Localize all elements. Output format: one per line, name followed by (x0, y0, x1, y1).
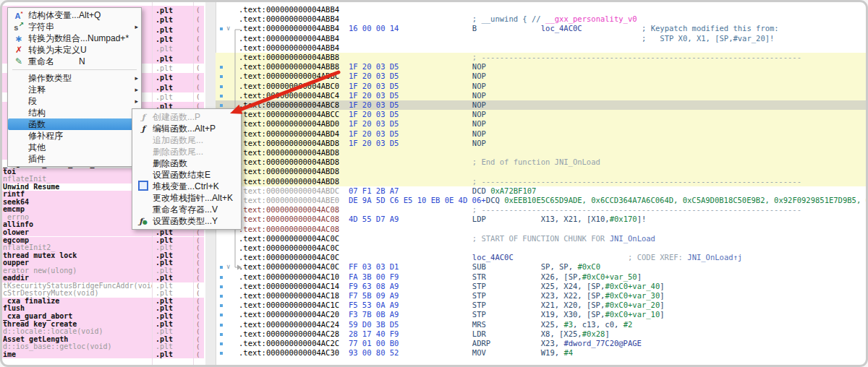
disassembly-listing[interactable]: .text:000000000004ABB4.text:000000000004… (216, 1, 867, 366)
context-menu-item-0[interactable]: A*结构体变量...Alt+Q (8, 9, 141, 21)
listing-line[interactable]: .text:000000000004ABD8; ----------------… (216, 177, 867, 186)
listing-line[interactable]: .text:000000000004AC08; ----------------… (216, 205, 867, 215)
submenu-item-0[interactable]: ƒ创建函数...P (132, 111, 241, 123)
listing-line[interactable]: .text:000000000004ABD8 (216, 167, 867, 176)
context-menu-item-1[interactable]: s↗字符串▸ (8, 21, 141, 33)
function-row[interactable]: d::ios_base::getloc(void).plt( (1, 343, 204, 351)
listing-line[interactable]: .text:000000000004ABB4; STP X0, X1, [SP,… (216, 34, 867, 43)
listing-line[interactable]: ∨.text:000000000004AC0CFF 03 03 D1SUBSP,… (216, 262, 867, 272)
start-column-glyph: ( (196, 244, 200, 252)
listing-line[interactable]: .text:000000000004ABBC1F 20 03 D5NOP (216, 72, 867, 81)
context-menu-item-5[interactable]: 操作数类型▸ (8, 72, 141, 84)
listing-line[interactable]: .text:000000000004AC08 (216, 225, 867, 234)
function-name: nflateInit_ (3, 176, 152, 184)
function-row[interactable]: Asset_getLength.plt( (1, 336, 204, 344)
listing-line[interactable]: .text:000000000004ABB4 (216, 43, 867, 53)
function-row[interactable]: d::locale::locale(void).plt( (1, 328, 204, 336)
listing-line[interactable]: .text:000000000004AC2C77 01 00 B0ADRPX23… (216, 339, 867, 348)
function-row[interactable]: thread_mutex_lock.plt( (1, 252, 204, 260)
submenu-item-6[interactable]: 堆栈变量...Ctrl+K (132, 181, 241, 192)
menu-item-label: 段 (28, 95, 79, 108)
submenu-item-2[interactable]: 追加函数尾... (132, 134, 241, 146)
listing-line[interactable]: .text:000000000004AC2459 D0 3B D5MRSX25,… (216, 320, 867, 329)
context-menu-item-9[interactable]: 函数▸ (8, 118, 141, 130)
listing-line[interactable]: .text:000000000004AC084D 55 D7 A9LDPX13,… (216, 215, 867, 224)
listing-line[interactable]: .text:000000000004ABC81F 20 03 D5NOP (216, 100, 867, 110)
menu-item-shortcut: U (80, 45, 132, 55)
fold-icon[interactable]: ∨ (226, 24, 230, 33)
listing-line[interactable]: .text:000000000004ABC41F 20 03 D5NOP (216, 91, 867, 100)
listing-line[interactable]: .text:000000000004ABB4 (216, 5, 867, 14)
listing-line[interactable]: .text:000000000004ABD8 (216, 148, 867, 157)
listing-line[interactable]: .text:000000000004ABD8; End of function … (216, 157, 867, 167)
submenu-item-9[interactable]: ƒ●设置函数类型...Y (132, 215, 241, 227)
byte-values: 1F 20 03 D5 (349, 100, 399, 110)
listing-line[interactable]: .text:000000000004AC0C; START OF FUNCTIO… (216, 234, 867, 243)
listing-line[interactable]: .text:000000000004AC1CF5 53 0A A9STPX21,… (216, 301, 867, 310)
listing-line[interactable]: .text:000000000004AC10FA 3B 00 F9STRX26,… (216, 272, 867, 282)
context-menu-item-11[interactable]: 其他▸ (8, 142, 141, 153)
submenu-item-7[interactable]: 更改堆栈指针...Alt+K (132, 192, 241, 204)
function-row[interactable]: oupper.plt( (1, 259, 204, 267)
menu-item-label: 重命名 (28, 56, 79, 68)
function-row[interactable]: ime.plt( (1, 351, 204, 359)
function-row[interactable]: _cxa_guard_abort.plt( (1, 313, 204, 321)
segment-name: .plt (156, 244, 173, 252)
context-menu-item-4[interactable]: ✎重命名N (8, 56, 141, 67)
listing-line[interactable]: .text:000000000004ABD01F 20 03 D5NOP (216, 119, 867, 129)
listing-line[interactable]: .text:000000000004ABD41F 20 03 D5NOP (216, 129, 867, 139)
context-menu-item-12[interactable]: 插件▸ (8, 153, 141, 165)
function-row[interactable]: cStrDestoryMutex(void).plt( (1, 290, 204, 298)
listing-line[interactable]: .text:000000000004ABDC07 F1 2B A7DCD0xA7… (216, 186, 867, 196)
context-menu-item-7[interactable]: 段▸ (8, 95, 141, 107)
function-row[interactable]: egcomp.plt( (1, 237, 204, 245)
listing-line[interactable]: .text:000000000004ABCC1F 20 03 D5NOP (216, 110, 867, 119)
listing-line[interactable]: .text:000000000004ABB8; ----------------… (216, 53, 867, 62)
code-token: ] (660, 310, 664, 319)
listing-line[interactable]: .text:000000000004ABB81F 20 03 D5NOP (216, 62, 867, 72)
submenu-item-3[interactable]: 删除函数尾... (132, 146, 241, 157)
function-name: oupper (3, 259, 152, 267)
listing-line[interactable]: .text:000000000004ABD81F 20 03 D5NOP (216, 139, 867, 148)
context-menu-item-6[interactable]: 注释▸ (8, 84, 141, 95)
listing-line[interactable]: .text:000000000004ABE0DE 9A 5D C6 E5 10 … (216, 196, 867, 205)
function-row[interactable]: tKsecurityStatusBridgeFuncAddr(void).plt… (1, 282, 204, 290)
submenu-item-4[interactable]: 删除函数 (132, 157, 241, 169)
context-menu-item-10[interactable]: 修补程序▸ (8, 130, 141, 142)
listing-line[interactable]: .text:000000000004AC20F3 7B 0B A9STPX19,… (216, 310, 867, 319)
segment-name: .plt (156, 298, 173, 306)
code-token: __gxx_personality_v0 (545, 14, 637, 24)
menu-separator (12, 69, 137, 70)
function-row[interactable]: eaddir.plt( (1, 275, 204, 282)
submenu-item-1[interactable]: ƒ编辑函数...Alt+P (132, 123, 241, 134)
listing-line[interactable]: .text:000000000004ABC01F 20 03 D5NOP (216, 82, 867, 91)
function-row[interactable]: thread_key_create.plt( (1, 321, 204, 329)
function-row[interactable]: erator new(ulong).plt( (1, 267, 204, 275)
listing-line[interactable]: .text:000000000004AC0Cloc_4AC0C; CODE XR… (216, 253, 867, 262)
submenu-item-5[interactable]: 设置函数结束E (132, 169, 241, 181)
code-token: #4 (563, 348, 573, 358)
function-row[interactable]: olower.plt( (1, 229, 204, 237)
listing-line[interactable]: .text:000000000004AC3093 00 80 52MOVW19,… (216, 348, 867, 358)
function-row[interactable]: _cxa_finalize.plt( (1, 298, 204, 306)
function-row[interactable]: nflateInit2_.plt( (1, 244, 204, 252)
fold-icon[interactable]: ∨ (226, 262, 230, 272)
listing-line[interactable]: .text:000000000004AC2828 17 40 F9LDRX8, … (216, 329, 867, 339)
code-token: #0x28 (582, 329, 605, 339)
menu-item-label: 堆栈变量... (153, 181, 195, 193)
rename-icon: ✎ (9, 56, 28, 66)
menu-item-shortcut: Numpad+* (88, 33, 140, 43)
context-menu-item-2[interactable]: ∗转换为数组合...Numpad+* (8, 33, 141, 44)
code-token: X21, X20, [SP, (541, 301, 605, 310)
listing-line[interactable]: .text:000000000004AC14F9 63 08 A9STPX25,… (216, 282, 867, 291)
listing-line[interactable]: .text:000000000004ABB4; __unwind { // __… (216, 14, 867, 24)
address: .text:000000000004ABB4 (239, 5, 339, 14)
listing-line[interactable]: .text:000000000004AC18F7 5B 09 A9STPX23,… (216, 291, 867, 301)
context-menu-item-8[interactable]: 结构▸ (8, 107, 141, 118)
ida-window: .plt(.plt(.plt(.plt(.plt(.plt(.plt(.plt(… (0, 0, 868, 367)
function-row[interactable]: flush.plt( (1, 305, 204, 313)
context-menu-item-3[interactable]: ✗转换为未定义U (8, 44, 141, 56)
listing-line[interactable]: ∨.text:000000000004ABB416 00 00 14Bloc_4… (216, 24, 867, 33)
listing-line[interactable]: .text:000000000004AC0C (216, 243, 867, 253)
submenu-item-8[interactable]: 重命名寄存器...V (132, 204, 241, 215)
